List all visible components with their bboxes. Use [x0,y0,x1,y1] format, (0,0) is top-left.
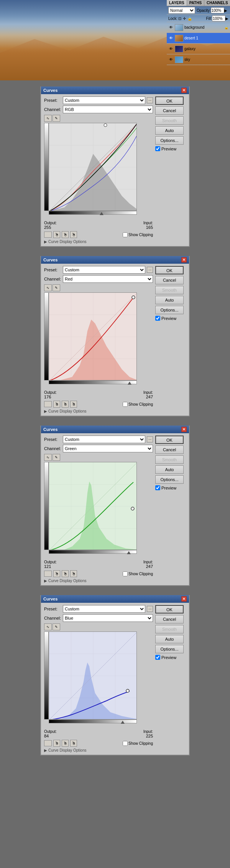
layer-row-desert[interactable]: 👁 desert 1 [167,33,230,44]
options-button-1[interactable]: Options... [155,136,184,145]
preset-menu-icon-2[interactable]: ⋯ [147,267,153,273]
curve-canvas-3[interactable] [49,462,137,550]
curve-tool-pencil-4[interactable]: ✎ [53,623,60,630]
auto-button-3[interactable]: Auto [155,465,184,474]
cancel-button-4[interactable]: Cancel [155,615,184,623]
lock-position-icon[interactable]: ✛ [183,16,186,21]
options-button-3[interactable]: Options... [155,475,184,484]
preview-checkbox-3[interactable] [155,485,160,490]
eyedrop-white-4[interactable]: 🖱 [70,740,77,747]
curve-display-options-3: ▶ Curve Display Options [44,579,153,583]
smooth-button-4[interactable]: Smooth [155,625,184,633]
blend-mode-row: Normal Opacity: ▶ [167,6,230,15]
preview-checkbox-1[interactable] [155,146,160,151]
preset-row-2: Preset: Custom ⋯ [44,266,153,274]
eyedrop-black-4[interactable]: 🖱 [53,740,60,747]
curve-tool-pencil-3[interactable]: ✎ [53,454,60,461]
preset-select-2[interactable]: Custom [63,266,145,274]
preset-menu-icon-4[interactable]: ⋯ [147,606,153,612]
curve-tool-pencil-2[interactable]: ✎ [53,284,60,291]
eyedrop-gray-3[interactable]: 🖱 [62,570,69,577]
preview-checkbox-2[interactable] [155,316,160,321]
preset-menu-icon-1[interactable]: ⋯ [147,97,153,103]
blend-mode-select[interactable]: Normal [168,7,195,14]
preset-menu-icon-3[interactable]: ⋯ [147,436,153,442]
eyedrop-black-2[interactable]: 🖱 [53,401,60,408]
cdo-triangle-1[interactable]: ▶ [44,240,47,244]
curves-3-close-button[interactable]: ✕ [181,427,187,432]
smooth-button-2[interactable]: Smooth [155,286,184,294]
ok-button-2[interactable]: OK [155,266,184,274]
eyedrop-gray-4[interactable]: 🖱 [62,740,69,747]
layer-row-galaxy[interactable]: 👁 galaxy [167,44,230,54]
fill-input[interactable] [212,15,225,21]
curve-tools-2: ∿ ✎ [44,284,153,291]
eyedrop-gray-2[interactable]: 🖱 [62,401,69,408]
smooth-button-3[interactable]: Smooth [155,455,184,464]
curve-canvas-2[interactable] [49,292,137,380]
curve-tool-point-2[interactable]: ∿ [44,284,52,291]
curves-3-left: Preset: Custom ⋯ Channel: RGBRedGreenBlu… [44,436,153,583]
ok-button-1[interactable]: OK [155,96,184,105]
target-icon-2[interactable] [44,401,52,407]
layer-row-sky[interactable]: 👁 sky [167,54,230,65]
curves-2-close-button[interactable]: ✕ [181,257,187,263]
target-icon-1[interactable] [44,232,52,238]
fill-arrow[interactable]: ▶ [225,16,228,21]
curve-tool-point-3[interactable]: ∿ [44,454,52,461]
channel-select-3[interactable]: RGBRedGreenBlue [63,445,153,452]
layer-row-background[interactable]: 👁 background 🔒 [167,22,230,33]
curve-tool-point-4[interactable]: ∿ [44,623,52,630]
eyedrop-white-3[interactable]: 🖱 [70,570,77,577]
lock-all-icon[interactable]: 🔒 [187,16,192,21]
eyedrop-black-1[interactable]: 🖱 [53,231,60,238]
clipping-checkbox-2[interactable] [123,402,128,407]
channel-select-4[interactable]: RGBRedGreenBlue [63,614,153,622]
tab-channels[interactable]: CHANNELS [204,0,230,6]
visibility-eye-background[interactable]: 👁 [168,25,174,30]
opacity-arrow[interactable]: ▶ [224,8,227,13]
preset-select-3[interactable]: Custom [63,436,145,443]
target-icon-4[interactable] [44,740,52,746]
channel-select-2[interactable]: RGBRedGreenBlue [63,275,153,283]
auto-button-2[interactable]: Auto [155,296,184,304]
ok-button-3[interactable]: OK [155,436,184,444]
preview-checkbox-4[interactable] [155,655,160,660]
preset-select-4[interactable]: Custom [63,605,145,613]
curves-4-close-button[interactable]: ✕ [181,596,187,602]
smooth-button-1[interactable]: Smooth [155,116,184,125]
tab-layers[interactable]: LAYERS [167,0,187,6]
cancel-button-2[interactable]: Cancel [155,276,184,284]
curve-tool-pencil-1[interactable]: ✎ [53,115,60,122]
eyedrop-white-2[interactable]: 🖱 [70,401,77,408]
auto-button-4[interactable]: Auto [155,635,184,643]
cancel-button-1[interactable]: Cancel [155,106,184,115]
channel-select-1[interactable]: RGBRedGreenBlue [63,106,153,113]
cdo-triangle-2[interactable]: ▶ [44,409,47,413]
target-icon-3[interactable] [44,571,52,577]
visibility-eye-galaxy[interactable]: 👁 [168,46,174,52]
opacity-input[interactable] [211,7,224,13]
ok-button-4[interactable]: OK [155,605,184,613]
lock-pixels-icon[interactable]: ⊡ [178,16,181,21]
clipping-checkbox-4[interactable] [123,741,128,746]
tab-paths[interactable]: PATHS [187,0,204,6]
preset-select-1[interactable]: Custom [63,96,145,104]
cdo-triangle-4[interactable]: ▶ [44,748,47,752]
options-button-4[interactable]: Options... [155,645,184,653]
eyedrop-black-3[interactable]: 🖱 [53,570,60,577]
curves-1-close-button[interactable]: ✕ [181,88,187,93]
auto-button-1[interactable]: Auto [155,126,184,135]
visibility-eye-desert[interactable]: 👁 [168,36,174,41]
cancel-button-3[interactable]: Cancel [155,445,184,454]
curve-canvas-1[interactable] [49,123,137,211]
cdo-triangle-3[interactable]: ▶ [44,579,47,583]
clipping-checkbox-3[interactable] [123,571,128,576]
eyedrop-gray-1[interactable]: 🖱 [62,231,69,238]
eyedrop-white-1[interactable]: 🖱 [70,231,77,238]
curve-tool-point-1[interactable]: ∿ [44,115,52,122]
curve-canvas-4[interactable] [49,631,137,720]
clipping-checkbox-1[interactable] [123,232,128,237]
options-button-2[interactable]: Options... [155,306,184,314]
visibility-eye-sky[interactable]: 👁 [168,57,174,62]
